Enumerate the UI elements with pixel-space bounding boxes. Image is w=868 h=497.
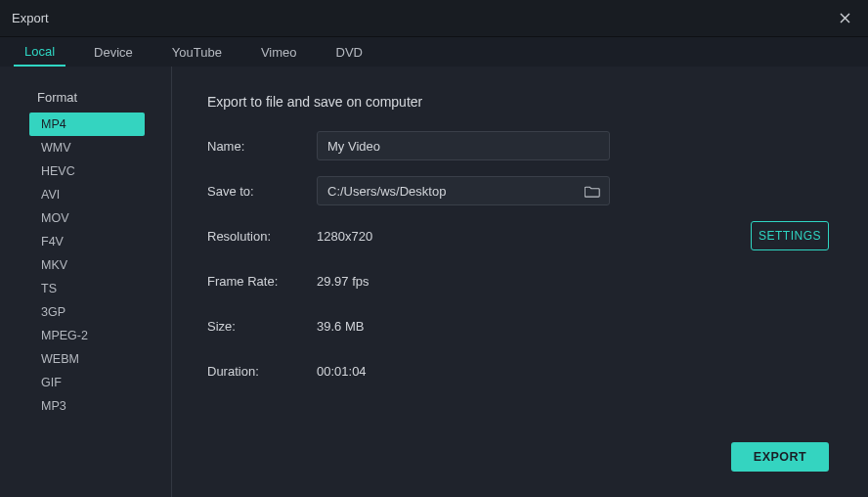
row-name: Name: <box>207 131 829 160</box>
browse-folder-button[interactable] <box>584 182 601 200</box>
saveto-field[interactable]: C:/Users/ws/Desktop <box>317 176 610 205</box>
format-item-mov[interactable]: MOV <box>29 206 145 230</box>
size-value: 39.6 MB <box>317 319 364 334</box>
format-item-hevc[interactable]: HEVC <box>29 159 145 183</box>
resolution-value: 1280x720 <box>317 229 372 244</box>
row-resolution: Resolution: 1280x720 SETTINGS <box>207 221 829 250</box>
sidebar: Format MP4 WMV HEVC AVI MOV F4V MKV TS 3… <box>0 67 172 497</box>
tab-youtube[interactable]: YouTube <box>161 37 233 67</box>
framerate-value: 29.97 fps <box>317 274 369 289</box>
row-size: Size: 39.6 MB <box>207 311 829 340</box>
format-item-ts[interactable]: TS <box>29 277 145 300</box>
saveto-value: C:/Users/ws/Desktop <box>327 184 584 199</box>
row-framerate: Frame Rate: 29.97 fps <box>207 266 829 295</box>
duration-label: Duration: <box>207 364 317 379</box>
export-button[interactable]: EXPORT <box>731 442 829 472</box>
format-list: MP4 WMV HEVC AVI MOV F4V MKV TS 3GP MPEG… <box>0 113 171 418</box>
main-heading: Export to file and save on computer <box>207 94 829 110</box>
name-label: Name: <box>207 139 317 154</box>
format-item-mp4[interactable]: MP4 <box>29 113 145 136</box>
main-panel: Export to file and save on computer Name… <box>172 67 868 497</box>
format-item-wmv[interactable]: WMV <box>29 136 145 159</box>
format-item-mp3[interactable]: MP3 <box>29 394 145 418</box>
format-item-mpeg2[interactable]: MPEG-2 <box>29 324 145 347</box>
format-item-3gp[interactable]: 3GP <box>29 300 145 324</box>
window-title: Export <box>12 11 49 25</box>
close-button[interactable] <box>833 7 856 30</box>
framerate-label: Frame Rate: <box>207 274 317 289</box>
size-label: Size: <box>207 319 317 334</box>
duration-value: 00:01:04 <box>317 364 367 379</box>
row-duration: Duration: 00:01:04 <box>207 356 829 385</box>
format-item-avi[interactable]: AVI <box>29 183 145 206</box>
footer: EXPORT <box>207 442 829 481</box>
folder-icon <box>585 185 600 198</box>
format-item-gif[interactable]: GIF <box>29 371 145 394</box>
resolution-label: Resolution: <box>207 229 317 244</box>
titlebar: Export <box>0 0 868 37</box>
format-heading: Format <box>0 90 171 105</box>
tabbar: Local Device YouTube Vimeo DVD <box>0 37 868 67</box>
format-item-f4v[interactable]: F4V <box>29 230 145 253</box>
close-icon <box>840 13 850 23</box>
format-item-webm[interactable]: WEBM <box>29 347 145 371</box>
tab-device[interactable]: Device <box>83 37 144 67</box>
format-item-mkv[interactable]: MKV <box>29 253 145 277</box>
body: Format MP4 WMV HEVC AVI MOV F4V MKV TS 3… <box>0 67 868 497</box>
name-input[interactable] <box>317 131 610 160</box>
saveto-label: Save to: <box>207 184 317 199</box>
tab-vimeo[interactable]: Vimeo <box>250 37 308 67</box>
row-saveto: Save to: C:/Users/ws/Desktop <box>207 176 829 205</box>
tab-dvd[interactable]: DVD <box>326 37 373 67</box>
tab-local[interactable]: Local <box>14 37 65 67</box>
settings-button[interactable]: SETTINGS <box>751 221 829 250</box>
